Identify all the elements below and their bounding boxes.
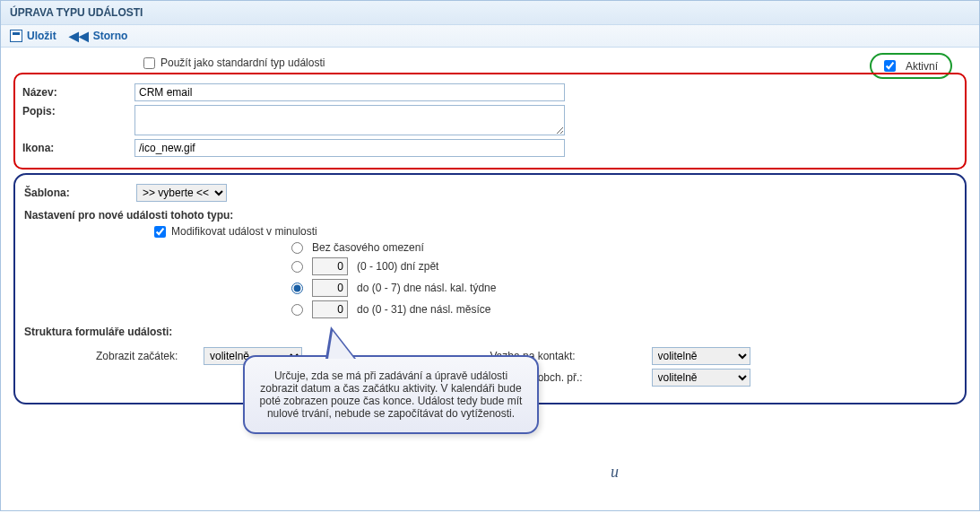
icon-label: Ikona: bbox=[22, 142, 134, 154]
opt-none-radio[interactable] bbox=[291, 242, 303, 254]
back-icon: ◀◀ bbox=[69, 30, 89, 42]
modify-past-label: Modifikovat událost v minulosti bbox=[171, 225, 317, 238]
icon-input[interactable] bbox=[134, 139, 565, 157]
template-label: Šablona: bbox=[24, 187, 136, 199]
main-fields-group: Název: Popis: Ikona: bbox=[13, 73, 967, 170]
cancel-label: Storno bbox=[93, 30, 128, 42]
opt-days-radio[interactable] bbox=[291, 261, 303, 273]
opt-week-value[interactable] bbox=[312, 279, 348, 297]
stray-mark: u bbox=[611, 463, 619, 482]
modify-past-checkbox[interactable] bbox=[154, 226, 166, 238]
deal-select[interactable]: volitelně bbox=[652, 369, 750, 387]
tooltip-text: Určuje, zda se má při zadávání a úpravě … bbox=[260, 370, 523, 420]
show-start-label: Zobrazit začátek: bbox=[24, 350, 204, 362]
use-standard-label: Použít jako standardní typ události bbox=[160, 57, 325, 69]
desc-label: Popis: bbox=[22, 105, 134, 117]
use-standard-checkbox[interactable] bbox=[143, 57, 155, 69]
opt-week-radio[interactable] bbox=[291, 283, 303, 294]
cancel-button[interactable]: ◀◀ Storno bbox=[69, 30, 128, 42]
page-title: ÚPRAVA TYPU UDÁLOSTI bbox=[1, 1, 979, 25]
template-select[interactable]: >> vyberte << bbox=[136, 184, 227, 202]
name-label: Název: bbox=[22, 86, 134, 99]
save-button[interactable]: Uložit bbox=[10, 30, 56, 42]
structure-title: Struktura formuláře události: bbox=[24, 326, 956, 338]
save-label: Uložit bbox=[27, 30, 56, 42]
opt-month-radio[interactable] bbox=[291, 304, 303, 316]
opt-days-label: (0 - 100) dní zpět bbox=[357, 260, 438, 273]
name-input[interactable] bbox=[134, 83, 565, 101]
save-icon bbox=[10, 30, 22, 42]
settings-title: Nastavení pro nové události tohoto typu: bbox=[24, 209, 956, 222]
desc-textarea[interactable] bbox=[134, 105, 565, 135]
opt-month-label: do (0 - 31) dne násl. měsíce bbox=[357, 303, 490, 316]
opt-month-value[interactable] bbox=[312, 300, 348, 318]
opt-none-label: Bez časového omezení bbox=[312, 241, 424, 254]
opt-week-label: do (0 - 7) dne násl. kal. týdne bbox=[357, 282, 496, 294]
contact-select[interactable]: volitelně bbox=[652, 347, 750, 365]
tooltip-callout: Určuje, zda se má při zadávání a úpravě … bbox=[243, 355, 539, 434]
toolbar: Uložit ◀◀ Storno bbox=[1, 25, 979, 48]
opt-days-value[interactable] bbox=[312, 257, 348, 275]
